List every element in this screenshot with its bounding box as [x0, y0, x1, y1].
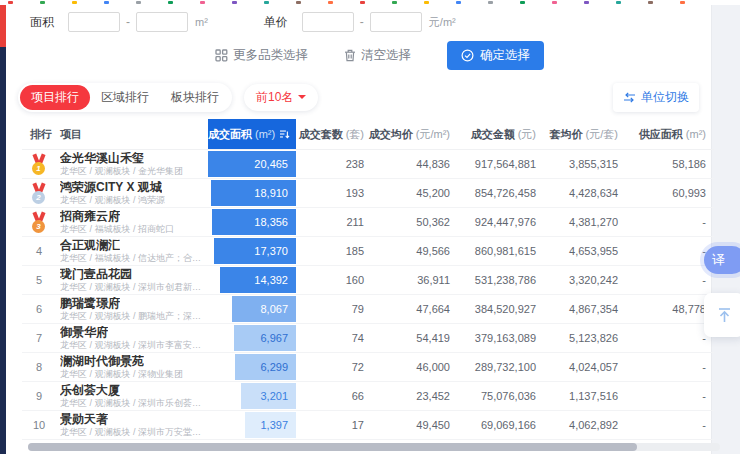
tab-row: 项目排行 区域排行 板块排行 前10名 单位切换	[18, 83, 707, 111]
table-row[interactable]: 7御景华府龙华区 / 观湖板块 / 深圳市李富安投资有限公司6,9677454,…	[22, 324, 714, 353]
favicon-dot	[648, 1, 653, 4]
check-circle-icon	[461, 49, 474, 62]
translate-floating-button[interactable]: 译	[704, 246, 740, 274]
project-location-path: 龙华区 / 观澜板块 / 深物业集团	[60, 369, 183, 380]
tab-district-ranking[interactable]: 区域排行	[90, 85, 160, 110]
table-body: 1金光华溪山禾玺龙华区 / 观澜板块 / 金光华集团20,46523844,83…	[22, 150, 714, 440]
units-cell: 66	[296, 382, 372, 410]
tab-project-ranking[interactable]: 项目排行	[20, 85, 90, 110]
avg-price-cell: 50,362	[372, 208, 458, 236]
rank-cell: 9	[22, 382, 56, 410]
action-row: 更多品类选择 清空选择 确定选择	[34, 41, 725, 70]
table-row[interactable]: 8澜湖时代御景苑龙华区 / 观澜板块 / 深物业集团6,2997246,0002…	[22, 353, 714, 382]
units-cell: 79	[296, 295, 372, 323]
price-unit-label: 元/m²	[429, 15, 456, 30]
table-row[interactable]: 10景勋天著龙华区 / 观澜板块 / 深圳市万安堂股份合作公司...1,3971…	[22, 411, 714, 440]
table-row[interactable]: 9乐创荟大厦龙华区 / 观澜板块 / 深圳市乐创荟投资有限公司3,2016623…	[22, 382, 714, 411]
price-range-dash: -	[360, 15, 364, 29]
tab-block-ranking[interactable]: 板块排行	[160, 85, 230, 110]
column-header-label: 项目	[60, 127, 82, 142]
units-cell: 74	[296, 324, 372, 352]
table-row[interactable]: 1金光华溪山禾玺龙华区 / 观澜板块 / 金光华集团20,46523844,83…	[22, 150, 714, 179]
favicon-dot	[360, 1, 365, 4]
table-row[interactable]: 4合正观澜汇龙华区 / 福城板块 / 信达地产；合正房产；平安...17,370…	[22, 237, 714, 266]
avg-price-cell: 44,836	[372, 150, 458, 178]
area-cell: 14,392	[208, 266, 296, 294]
more-categories-button[interactable]: 更多品类选择	[215, 47, 308, 64]
project-name: 景勋天著	[60, 413, 108, 426]
silver-medal-icon: 2	[31, 183, 47, 204]
column-header-4[interactable]: 成交均价(元/m²)	[372, 119, 458, 149]
clear-selection-button[interactable]: 清空选择	[344, 47, 411, 64]
column-header-1[interactable]: 项目	[56, 119, 208, 149]
unit-avg-cell: 4,867,354	[544, 295, 626, 323]
gold-medal-icon: 1	[31, 154, 47, 175]
project-location-path: 龙华区 / 观澜板块 / 深圳市创君新股份合作公司	[60, 282, 208, 293]
favicon-dot	[520, 1, 525, 4]
column-header-7[interactable]: 供应面积(m²)	[626, 119, 714, 149]
rank-cell: 2	[22, 179, 56, 207]
area-value-bar: 3,201	[241, 383, 296, 409]
medal-number: 3	[32, 220, 45, 233]
units-cell: 193	[296, 179, 372, 207]
avg-price-cell: 23,452	[372, 382, 458, 410]
unit-avg-cell: 4,024,057	[544, 353, 626, 381]
supply-cell: 48,778	[626, 295, 714, 323]
column-header-5[interactable]: 成交金额(元)	[458, 119, 544, 149]
favicon-dot	[8, 1, 13, 4]
column-header-2[interactable]: 成交面积(m²)	[208, 119, 296, 149]
left-edge-red-strip	[0, 5, 6, 47]
rank-cell: 7	[22, 324, 56, 352]
table-row[interactable]: 3招商雍云府龙华区 / 福城板块 / 招商蛇口18,35621150,36292…	[22, 208, 714, 237]
supply-cell: -	[626, 266, 714, 294]
column-header-unit: (套)	[346, 127, 364, 142]
table-row[interactable]: 5珑门壹品花园龙华区 / 观澜板块 / 深圳市创君新股份合作公司14,39216…	[22, 266, 714, 295]
units-cell: 72	[296, 353, 372, 381]
area-value-bar: 18,356	[212, 209, 296, 235]
unit-avg-cell: 5,123,826	[544, 324, 626, 352]
top-n-dropdown[interactable]: 前10名	[244, 84, 318, 111]
project-cell: 合正观澜汇龙华区 / 福城板块 / 信达地产；合正房产；平安...	[56, 237, 208, 265]
back-to-top-button[interactable]	[704, 293, 740, 337]
ranking-table: 排行项目成交面积(m²)成交套数(套)成交均价(元/m²)成交金额(元)套均价(…	[22, 119, 714, 454]
units-cell: 160	[296, 266, 372, 294]
translate-label: 译	[712, 251, 725, 269]
confirm-selection-button[interactable]: 确定选择	[447, 41, 544, 70]
avg-price-cell: 46,000	[372, 353, 458, 381]
horizontal-scrollbar-thumb[interactable]	[28, 443, 637, 451]
browser-bookmarks-strip	[0, 0, 740, 5]
project-location-path: 龙华区 / 观澜板块 / 深圳市乐创荟投资有限公司	[60, 398, 208, 409]
amount-cell: 917,564,881	[458, 150, 544, 178]
project-name: 御景华府	[60, 326, 108, 339]
favicon-dot	[616, 1, 621, 4]
column-header-0[interactable]: 排行	[22, 119, 56, 149]
area-min-input[interactable]	[68, 12, 120, 32]
supply-cell: 60,993	[626, 179, 714, 207]
column-header-label: 排行	[30, 127, 52, 142]
project-cell: 澜湖时代御景苑龙华区 / 观澜板块 / 深物业集团	[56, 353, 208, 381]
rank-number: 9	[36, 390, 42, 402]
rank-cell: 1	[22, 150, 56, 178]
column-header-label: 成交套数	[299, 127, 343, 142]
avg-price-cell: 49,450	[372, 411, 458, 439]
project-cell: 鸿荣源CITY X 观城龙华区 / 观澜板块 / 鸿荣源	[56, 179, 208, 207]
area-cell: 18,356	[208, 208, 296, 236]
column-header-3[interactable]: 成交套数(套)	[296, 119, 372, 149]
table-row[interactable]: 2鸿荣源CITY X 观城龙华区 / 观澜板块 / 鸿荣源18,91019345…	[22, 179, 714, 208]
unit-switch-button[interactable]: 单位切换	[613, 83, 699, 112]
project-cell: 景勋天著龙华区 / 观澜板块 / 深圳市万安堂股份合作公司...	[56, 411, 208, 439]
area-value-bar: 1,397	[245, 412, 296, 438]
table-row[interactable]: 6鹏瑞鹭璟府龙华区 / 观湖板块 / 鹏瑞地产；深圳市樟坑径股...8,0677…	[22, 295, 714, 324]
top-n-label: 前10名	[256, 89, 293, 106]
column-header-unit: (m²)	[255, 128, 275, 140]
area-max-input[interactable]	[136, 12, 188, 32]
caret-down-icon	[298, 95, 306, 103]
area-cell: 6,967	[208, 324, 296, 352]
area-filter-label: 面积	[30, 14, 54, 31]
area-value-bar: 8,067	[232, 296, 296, 322]
price-max-input[interactable]	[370, 12, 422, 32]
confirm-selection-label: 确定选择	[480, 47, 530, 64]
supply-cell: -	[626, 411, 714, 439]
column-header-6[interactable]: 套均价(元/套)	[544, 119, 626, 149]
price-min-input[interactable]	[302, 12, 354, 32]
